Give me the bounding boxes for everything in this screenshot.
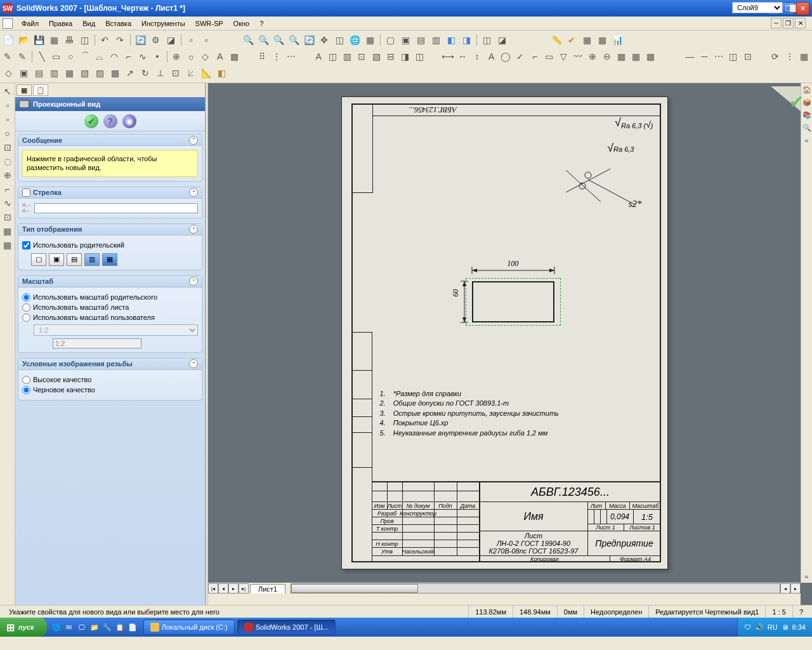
ql-icon[interactable]: 📋 [114,621,126,633]
toolbar-icon[interactable]: ⋯ [712,50,726,63]
arc-icon[interactable]: ⌓ [93,50,106,63]
scroll-left[interactable]: ◂ [780,583,790,594]
collapse-button[interactable]: ⌃ [189,136,198,145]
menu-window[interactable]: Окно [228,18,255,29]
tab-nav-first[interactable]: |◂ [208,583,218,594]
drawing-canvas[interactable]: ✔ АБВГ.123456... √Ra 6,3 (√) √Ra 6,3 [208,83,812,605]
ql-icon[interactable]: 📄 [127,621,138,633]
annotation-icon[interactable]: ◫ [413,50,426,63]
expand-icon[interactable]: « [802,135,812,145]
tab-nav-next[interactable]: ▸ [228,583,239,594]
thread-high-radio[interactable] [22,376,30,384]
toolbar-icon[interactable]: ↗ [123,66,137,80]
arrow-checkbox[interactable] [22,189,30,197]
view-proj-icon[interactable]: ▤ [32,66,46,80]
mdi-close[interactable]: ✕ [795,18,806,29]
toolbar-icon[interactable]: ◌ [1,154,15,168]
measure-icon[interactable]: 📏 [549,33,563,47]
annotation-icon[interactable]: A [312,50,325,63]
scroll-right[interactable]: ▸ [790,583,801,594]
menu-swrsp[interactable]: SWR-SP [190,18,228,29]
line-icon[interactable]: ╲ [35,50,48,63]
rebuild-icon[interactable]: 🔄 [133,33,147,47]
drawing-sheet[interactable]: АБВГ.123456... √Ra 6,3 (√) √Ra 6,3 [341,96,668,569]
toolbar-icon[interactable]: ─ [698,50,711,63]
collapse-button[interactable]: ⌃ [189,225,198,234]
annotation-icon[interactable]: ▥ [341,50,354,63]
tray-lang[interactable]: RU [768,623,778,631]
dim-smart-icon[interactable]: ◇ [1,66,15,80]
redo-icon[interactable]: ↷ [113,33,127,47]
thread-draft-radio[interactable] [22,386,30,394]
toolbar-icon[interactable]: ▫ [184,33,198,47]
toolbar-icon[interactable]: ▫ [1,98,15,112]
surface-finish-icon[interactable]: ✓ [514,50,527,63]
toolbar-icon[interactable]: ⊡ [1,210,15,224]
toolbar-icon[interactable]: — [683,50,697,63]
tab-nav-prev[interactable]: ◂ [218,583,228,594]
detail-button[interactable]: ◉ [122,114,136,128]
help-button[interactable]: ? [103,114,117,128]
text-icon[interactable]: A [213,50,226,63]
view-crop-icon[interactable]: ▩ [108,66,122,80]
ql-icon[interactable]: 🖵 [76,621,88,633]
section-icon[interactable]: ◫ [480,33,494,47]
view-sect-icon[interactable]: ▦ [62,66,76,80]
tray-icon[interactable]: 🛡 [744,623,751,631]
annotation-icon[interactable]: ⊟ [384,50,398,63]
annotation-icon[interactable]: ⊡ [355,50,369,63]
center-mark-icon[interactable]: ⊕ [586,50,599,63]
ql-icon[interactable]: 🌐 [51,621,62,633]
shaded-edges-icon[interactable]: ▥ [429,33,443,47]
dim-icon[interactable]: ↕ [471,50,484,63]
sketch3d-icon[interactable]: ✎ [16,50,29,63]
toolbar-icon[interactable]: ▦ [1,224,15,238]
scale-parent-radio[interactable] [22,293,30,302]
zoom-out-icon[interactable]: 🔍 [287,33,301,47]
datum-icon[interactable]: ▽ [557,50,570,63]
toolbar-icon[interactable]: ↻ [138,66,152,80]
tab-nav-last[interactable]: ▸| [239,583,249,594]
toolbar-icon[interactable]: ▦ [1,238,15,252]
cube-icon[interactable]: ◧ [444,33,458,47]
menu-view[interactable]: Вид [77,18,100,29]
select-icon[interactable]: ↖ [1,84,15,98]
scale-sheet-radio[interactable] [22,303,30,312]
display-hidden-visible-icon[interactable]: ▤ [67,253,82,266]
scale-user-radio[interactable] [22,314,30,322]
toolbar-icon[interactable]: ▦ [363,33,377,47]
toolbar-icon[interactable]: ▦ [47,33,61,47]
tray-icon[interactable]: 🖥 [782,623,789,631]
display-shaded-edges-icon[interactable]: ▥ [84,253,100,266]
circle-icon[interactable]: ○ [64,50,77,63]
fillet-icon[interactable]: ⌐ [122,50,135,63]
annotation-icon[interactable]: ▧ [370,50,383,63]
display-wireframe-icon[interactable]: ▢ [31,253,46,266]
toolbar-icon[interactable]: ▦ [797,50,811,63]
toolbar-icon[interactable]: ⊡ [1,140,15,154]
open-icon[interactable]: 📂 [16,33,30,47]
pan-icon[interactable]: ✥ [317,33,331,47]
grid-icon[interactable]: ▦ [580,33,594,47]
print-icon[interactable]: 🖶 [62,33,76,47]
search-icon[interactable]: 🔍 [802,123,812,133]
annotation-icon[interactable]: ◫ [326,50,339,63]
rotate-icon[interactable]: 🔄 [302,33,316,47]
menu-insert[interactable]: Вставка [100,18,136,29]
toolbar-icon[interactable]: 🌐 [348,33,362,47]
balloon-icon[interactable]: ◯ [499,50,513,63]
ql-icon[interactable]: ✉ [63,621,75,633]
pattern-icon[interactable]: ⋯ [284,50,298,63]
panel-tab-props[interactable]: 📋 [33,84,48,96]
toolbar-icon[interactable]: ∿ [1,196,15,210]
centerline-icon[interactable]: ⊕ [170,50,183,63]
toolbar-icon[interactable]: ◫ [727,50,740,63]
table-icon[interactable]: ▦ [629,50,643,63]
check-icon[interactable]: ✔ [565,33,579,47]
collapse-button[interactable]: ⌃ [189,359,198,368]
cube-icon[interactable]: ◨ [459,33,473,47]
grid-icon[interactable]: ▦ [595,33,609,47]
sheet-tab[interactable]: Лист1 [250,584,285,594]
mdi-restore[interactable]: ❐ [783,18,794,29]
tray-icon[interactable]: 🔊 [755,623,764,632]
